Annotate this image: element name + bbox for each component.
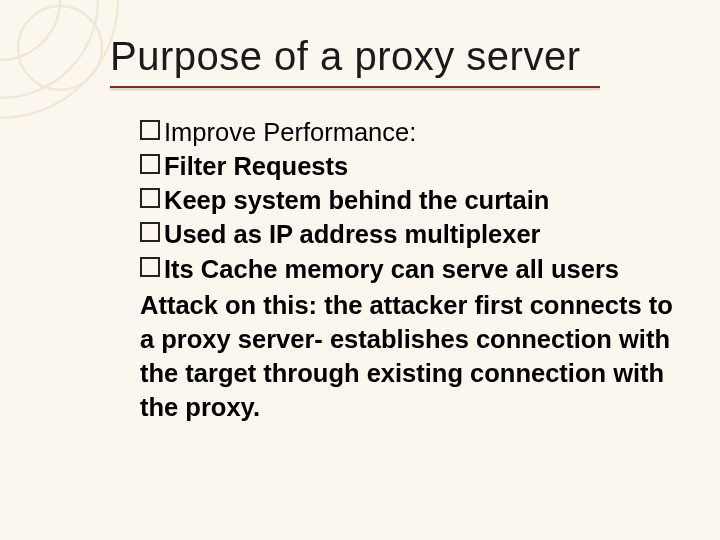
bullet-box-icon bbox=[140, 188, 160, 208]
bullet-5: Its Cache memory can serve all users bbox=[140, 252, 680, 286]
bullet-lead: Used bbox=[164, 220, 226, 248]
bullet-rest: Performance: bbox=[256, 118, 416, 146]
attack-paragraph: Attack on this: the attacker first conne… bbox=[140, 288, 680, 425]
svg-point-0 bbox=[18, 6, 102, 90]
bullet-2: Filter Requests bbox=[140, 149, 680, 183]
bullet-rest: system behind the curtain bbox=[226, 186, 549, 214]
bullet-3: Keep system behind the curtain bbox=[140, 183, 680, 217]
bullet-lead: Filter bbox=[164, 152, 226, 180]
bullet-box-icon bbox=[140, 120, 160, 140]
bullet-4: Used as IP address multiplexer bbox=[140, 217, 680, 251]
bullet-1: Improve Performance: bbox=[140, 115, 680, 149]
bullet-rest: Cache memory can serve all users bbox=[194, 255, 619, 283]
bullet-box-icon bbox=[140, 257, 160, 277]
bullet-rest: Requests bbox=[226, 152, 348, 180]
bullet-lead: Improve bbox=[164, 118, 256, 146]
slide-body: Improve Performance: Filter Requests Kee… bbox=[140, 115, 680, 424]
bullet-lead: Its bbox=[164, 255, 194, 283]
bullet-box-icon bbox=[140, 154, 160, 174]
slide-title: Purpose of a proxy server bbox=[110, 34, 581, 79]
title-underline bbox=[110, 86, 600, 88]
bullet-box-icon bbox=[140, 222, 160, 242]
bullet-rest: as IP address multiplexer bbox=[226, 220, 540, 248]
bullet-lead: Keep bbox=[164, 186, 226, 214]
